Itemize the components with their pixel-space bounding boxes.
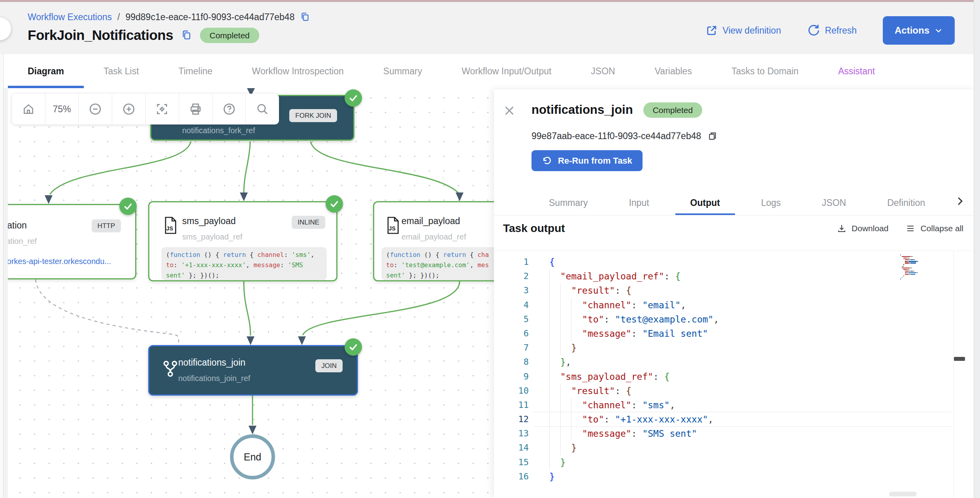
tab-input[interactable]: Input — [608, 190, 669, 215]
view-definition-button[interactable]: View definition — [706, 25, 781, 36]
node-sms-payload[interactable]: JS sms_payload sms_payload_ref INLINE (f… — [148, 201, 337, 281]
collapse-icon — [906, 224, 915, 233]
node-title: email_payload — [401, 216, 460, 226]
task-status-badge: Completed — [643, 102, 703, 118]
download-icon — [837, 224, 846, 233]
zoom-in-icon — [122, 102, 136, 116]
tab-assistant[interactable]: Assistant — [818, 54, 895, 88]
code-line-6: 6 "message": "Email sent" — [494, 326, 954, 341]
section-title: Task output — [503, 222, 565, 235]
editor-scrollbar-thumb[interactable] — [954, 357, 965, 361]
node-title: sms_payload — [182, 216, 236, 226]
chevron-right-icon[interactable] — [954, 195, 966, 207]
zoom-out-button[interactable] — [79, 94, 112, 124]
breadcrumb-separator: / — [117, 12, 120, 23]
tab-workflow-introspection[interactable]: Workflow Introspection — [232, 54, 364, 88]
inline-script-preview: (function () { return { chato: 'test@exa… — [382, 247, 505, 280]
tab-timeline[interactable]: Timeline — [159, 54, 232, 88]
fit-view-button[interactable] — [146, 94, 179, 124]
node-notifications-join[interactable]: notifications_join notifications_join_re… — [148, 345, 358, 396]
tab-diagram[interactable]: Diagram — [8, 54, 84, 88]
download-button[interactable]: Download — [837, 224, 888, 233]
header-actions: View definition Refresh Actions — [706, 16, 955, 45]
zoom-level[interactable]: 75% — [45, 94, 79, 124]
code-line-4: 4 "channel": "email", — [494, 298, 954, 312]
node-title: notifications_join — [178, 357, 245, 368]
node-ref-label: email_payload_ref — [401, 232, 466, 241]
code-line-5: 5 "to": "test@example.com", — [494, 312, 954, 326]
print-icon — [189, 102, 202, 116]
actions-button[interactable]: Actions — [883, 16, 955, 45]
code-line-12: 12 "to": "+1-xxx-xxx-xxxx", — [494, 412, 954, 426]
refresh-button[interactable]: Refresh — [807, 24, 857, 37]
node-ref-label: ation_ref — [8, 237, 37, 246]
tab-logs[interactable]: Logs — [741, 190, 801, 215]
copy-icon[interactable] — [300, 12, 310, 22]
tab-json[interactable]: JSON — [571, 54, 635, 88]
collapse-all-button[interactable]: Collapse all — [906, 224, 963, 233]
editor-minimap[interactable] — [900, 255, 928, 280]
rerun-from-task-button[interactable]: Re-Run from Task — [531, 150, 643, 171]
rerun-icon — [542, 156, 552, 166]
node-ref-label: notifications_fork_ref — [182, 126, 255, 135]
tab-variables[interactable]: Variables — [635, 54, 712, 88]
code-line-8: 8 }, — [494, 355, 954, 369]
code-line-14: 14 } — [494, 441, 954, 455]
tab-divider — [494, 215, 974, 215]
tab-tasks-to-domain[interactable]: Tasks to Domain — [712, 54, 818, 88]
status-badge: Completed — [200, 28, 259, 43]
json-output-editor[interactable]: 1{2 "email_payload_ref": {3 "result": {4… — [494, 251, 954, 498]
task-panel-tabs: SummaryInputOutputLogsJSONDefinition — [528, 190, 952, 215]
chevron-down-icon — [934, 26, 943, 35]
home-button[interactable] — [12, 94, 45, 124]
search-icon — [256, 102, 269, 116]
tab-output[interactable]: Output — [670, 190, 741, 215]
collapsed-sidebar-rail — [0, 54, 4, 498]
print-button[interactable] — [179, 94, 213, 124]
node-email-payload[interactable]: JS email_payload email_payload_ref (func… — [373, 201, 507, 281]
close-icon[interactable] — [503, 104, 516, 117]
node-title: ation — [8, 220, 27, 231]
svg-text:JS: JS — [389, 225, 396, 232]
tab-json[interactable]: JSON — [801, 190, 867, 215]
code-line-1: 1{ — [494, 255, 954, 269]
task-title-row: notifications_join Completed — [531, 100, 702, 120]
help-button[interactable] — [213, 94, 246, 124]
tab-task-list[interactable]: Task List — [84, 54, 158, 88]
diagram-toolbar: 75% — [12, 94, 279, 124]
page-scrollbar-track[interactable] — [974, 0, 980, 498]
execution-id: 99d89c1e-eace-11f0-9093-ce44ad77eb48 — [125, 12, 294, 23]
focus-icon — [155, 102, 169, 116]
tab-workflow-input-output[interactable]: Workflow Input/Output — [442, 54, 571, 88]
node-type-badge: INLINE — [292, 216, 325, 229]
breadcrumb-link-workflow-executions[interactable]: Workflow Executions — [28, 12, 112, 23]
join-icon — [162, 360, 179, 378]
breadcrumb: Workflow Executions / 99d89c1e-eace-11f0… — [28, 10, 310, 24]
tab-definition[interactable]: Definition — [867, 190, 946, 215]
sidebar-toggle[interactable] — [0, 17, 11, 40]
code-line-10: 10 "result": { — [494, 384, 954, 398]
svg-text:JS: JS — [166, 225, 173, 232]
copy-icon[interactable] — [181, 30, 192, 41]
tab-summary[interactable]: Summary — [528, 190, 608, 215]
task-id: 99e87aab-eace-11f0-9093-ce44ad77eb48 — [531, 131, 701, 141]
refresh-icon — [807, 24, 820, 37]
node-http-task[interactable]: ation ation_ref HTTP /orkes-api-tester.o… — [8, 204, 136, 279]
tab-summary[interactable]: Summary — [364, 54, 442, 88]
page-title-row: ForkJoin_Notifications Completed — [28, 25, 259, 45]
code-line-15: 15 } — [494, 455, 954, 470]
zoom-out-icon — [89, 102, 102, 116]
copy-icon[interactable] — [707, 131, 718, 141]
help-icon — [222, 102, 236, 116]
search-button[interactable] — [246, 94, 279, 124]
js-file-icon: JS — [163, 217, 177, 235]
node-end[interactable]: End — [230, 434, 275, 479]
task-title: notifications_join — [531, 103, 633, 117]
js-file-icon: JS — [386, 217, 400, 235]
node-type-badge: FORK JOIN — [289, 109, 337, 122]
editor-horizontal-scrollbar[interactable] — [889, 492, 917, 496]
zoom-in-button[interactable] — [112, 94, 146, 124]
node-url-link[interactable]: /orkes-api-tester.orkescondu... — [8, 257, 111, 266]
task-detail-panel: notifications_join Completed 99e87aab-ea… — [494, 89, 974, 498]
output-actions: Download Collapse all — [837, 224, 963, 233]
